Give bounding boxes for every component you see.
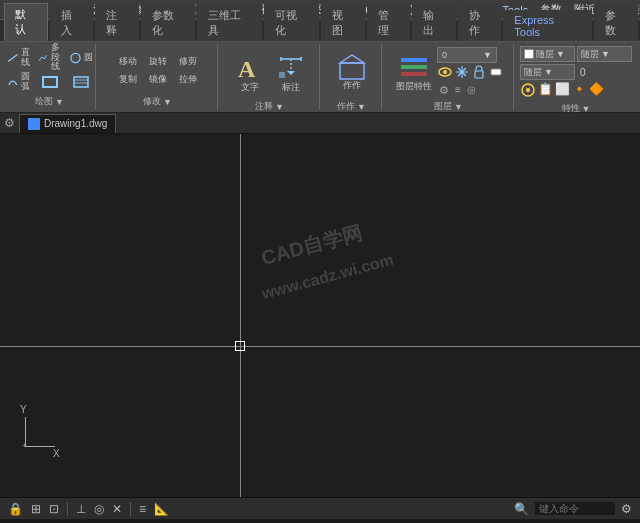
tool-layer-properties[interactable]: 图层特性 [393,46,435,98]
tab-params2[interactable]: 参数 [594,4,638,41]
draw-group-dropdown-icon[interactable]: ▼ [55,97,64,107]
color-label: 随层 [536,48,554,61]
watermark-line1: CAD自学网 [258,219,365,272]
tab-default[interactable]: 默认 [4,3,48,41]
layer-count-display: 0 [577,67,589,78]
settings-icon[interactable]: ⚙ [4,116,15,130]
svg-text:A: A [238,56,256,82]
layer-match-icon[interactable]: ≡ [453,83,463,98]
x-axis-label: X [53,448,60,459]
status-tspace-icon[interactable]: 📐 [152,502,171,516]
svg-rect-28 [401,72,427,76]
properties-extra-icon1[interactable]: ⬜ [555,82,570,100]
tool-polyline-label: 多段线 [49,43,62,73]
color-dropdown-icon[interactable]: ▼ [556,49,565,59]
tool-circle-label: 圆 [84,53,93,63]
linetype-control[interactable]: 随层 ▼ [577,46,632,62]
svg-line-0 [8,54,17,61]
tab-insert[interactable]: 插入 [50,4,94,41]
drawing-tab-main[interactable]: Drawing1.dwg [19,114,116,133]
ribbon-group-annotation: A 文字 标注 注释 [220,44,320,110]
axes-indicator: Y X + [15,407,65,457]
tool-rect[interactable] [35,74,65,90]
tool-polyline[interactable]: 多段线 [35,50,65,66]
layer-settings-icon[interactable]: ⚙ [437,83,451,98]
status-grid-icon[interactable]: ⊞ [29,502,43,516]
ribbon-group-props-panel: 随层 ▼ 随层 ▼ 随层 ▼ 0 [516,44,636,110]
drawing-tab-icon [28,118,40,130]
svg-rect-3 [74,77,88,87]
layer-visible-icon[interactable] [437,64,453,82]
lineweight-control[interactable]: 随层 ▼ [520,64,575,80]
status-bar: 🔒 ⊞ ⊡ ⊥ ◎ ✕ ≡ 📐 🔍 ⚙ [0,497,640,519]
tab-3d[interactable]: 三维工具 [197,4,262,41]
tool-trim[interactable]: 修剪 [174,53,202,69]
svg-rect-2 [43,77,57,87]
layers-group-dropdown-icon[interactable]: ▼ [454,102,463,112]
status-settings-icon[interactable]: ⚙ [619,502,634,516]
tool-dimension[interactable]: 标注 [273,46,309,98]
properties-panel-icon[interactable]: 📋 [538,82,553,100]
annotation-group-dropdown-icon[interactable]: ▼ [275,102,284,112]
ribbon-group-modify: 移动 旋转 修剪 [98,44,218,110]
lineweight-dropdown-icon[interactable]: ▼ [544,67,553,77]
status-lineweight-icon[interactable]: ≡ [137,502,148,516]
color-control[interactable]: 随层 ▼ [520,46,575,62]
svg-marker-20 [287,71,295,75]
tool-copy[interactable]: 复制 [114,71,142,87]
tab-params[interactable]: 参数化 [141,4,195,41]
status-lock-icon[interactable]: 🔒 [6,502,25,516]
svg-rect-24 [340,63,364,79]
ribbon-group-draw: 直线 多段线 圆 圆弧 [4,44,96,110]
status-divider-2 [130,502,131,516]
drawing-canvas[interactable]: CAD自学网 www.cadz.wi.com Y X + [0,134,640,497]
status-osnap-icon[interactable]: ✕ [110,502,124,516]
tool-rotate[interactable]: 旋转 [144,53,172,69]
tab-visual[interactable]: 可视化 [264,4,318,41]
modify-group-dropdown-icon[interactable]: ▼ [163,97,172,107]
tab-express[interactable]: Express Tools [503,10,592,41]
tab-annotation[interactable]: 注释 [95,4,139,41]
layer-dropdown[interactable]: 0 ▼ [437,47,497,63]
tool-move[interactable]: 移动 [114,53,142,69]
properties-group-dropdown-icon[interactable]: ▼ [357,102,366,112]
tool-block[interactable]: 作作 [334,46,370,98]
tab-view[interactable]: 视图 [321,4,365,41]
props-group-dropdown-icon[interactable]: ▼ [582,104,591,114]
tool-mirror[interactable]: 镜像 [144,71,172,87]
tab-collab[interactable]: 协作 [458,4,502,41]
properties-extra-icon2[interactable]: 🔸 [572,82,587,100]
layer-lock-icon[interactable] [471,64,487,82]
layer-isolate-icon[interactable]: ◎ [465,83,478,98]
status-ortho-icon[interactable]: ⊥ [74,502,88,516]
tab-manage[interactable]: 管理 [367,4,411,41]
ribbon-group-draw-label: 绘图 ▼ [35,95,64,108]
tab-output[interactable]: 输出 [412,4,456,41]
ribbon-content: 直线 多段线 圆 圆弧 [0,42,640,112]
tool-arc[interactable]: 圆弧 [4,74,34,90]
drawing-tab-label: Drawing1.dwg [44,118,107,129]
svg-rect-26 [401,58,427,62]
ribbon-group-properties: 作作 作作 ▼ [322,44,382,110]
ribbon-group-props-label: 特性 ▼ [562,102,591,115]
layer-freeze-icon[interactable] [454,64,470,82]
svg-point-34 [526,88,530,92]
tool-circle[interactable]: 圆 [66,50,96,66]
svg-rect-27 [401,65,427,69]
layer-dropdown-arrow[interactable]: ▼ [483,50,492,60]
command-input[interactable] [535,502,615,515]
status-polar-icon[interactable]: ◎ [92,502,106,516]
status-search-icon[interactable]: 🔍 [512,502,531,516]
properties-match-icon[interactable] [520,82,536,100]
drawing-tabs: ⚙ Drawing1.dwg [0,112,640,134]
tool-stretch[interactable]: 拉伸 [174,71,202,87]
tool-line[interactable]: 直线 [4,50,34,66]
status-divider [67,502,68,516]
status-snap-icon[interactable]: ⊡ [47,502,61,516]
layer-color-icon[interactable] [488,64,504,82]
properties-extra-icon3[interactable]: 🔶 [589,82,604,100]
linetype-dropdown-icon[interactable]: ▼ [601,49,610,59]
tool-text[interactable]: A 文字 [231,46,269,98]
svg-point-30 [443,70,447,74]
tool-hatch[interactable] [66,74,96,90]
